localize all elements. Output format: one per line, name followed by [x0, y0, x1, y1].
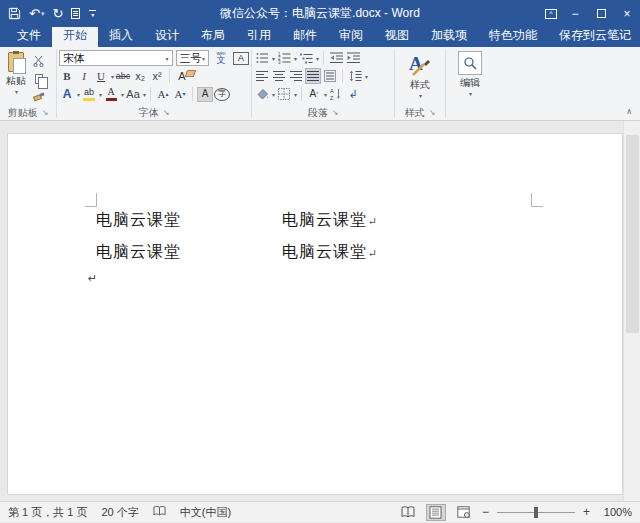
bullets-button[interactable] — [254, 50, 270, 66]
minimize-button[interactable]: − — [562, 0, 588, 27]
ribbon-display-options-button[interactable]: ^ — [540, 0, 562, 27]
close-button[interactable]: × — [614, 0, 640, 27]
cut-button[interactable] — [30, 53, 48, 68]
web-layout-button[interactable] — [454, 504, 474, 521]
styles-dialog-launcher[interactable]: ↘ — [429, 109, 436, 117]
shrink-font-button[interactable]: A▾ — [172, 86, 188, 102]
bold-button[interactable]: B — [59, 68, 75, 84]
print-layout-icon — [429, 506, 442, 519]
vertical-scrollbar[interactable] — [623, 121, 640, 501]
text-effects-button[interactable]: A — [59, 86, 75, 102]
font-name-combobox[interactable]: 宋体▾ — [59, 50, 173, 66]
tab-layout[interactable]: 布局 — [190, 25, 236, 47]
enclose-characters-button[interactable]: 字 — [214, 88, 230, 101]
proofing-status-button[interactable] — [153, 505, 166, 519]
web-layout-icon — [457, 506, 470, 518]
asian-layout-button[interactable]: A* — [306, 86, 322, 102]
sort-button[interactable]: AZ — [328, 86, 344, 102]
multilevel-list-button[interactable] — [298, 50, 314, 66]
zoom-out-button[interactable]: − — [482, 505, 489, 519]
collapse-ribbon-button[interactable]: ∧ — [626, 107, 632, 116]
chevron-down-icon: ▾ — [121, 91, 124, 98]
chevron-down-icon: ▾ — [272, 91, 275, 98]
decrease-indent-button[interactable] — [328, 50, 344, 66]
highlight-color-button[interactable]: ab — [81, 86, 97, 102]
align-center-button[interactable] — [271, 68, 287, 84]
justify-button[interactable] — [305, 68, 321, 84]
borders-grid-icon — [278, 88, 290, 100]
font-color-swatch — [106, 98, 117, 101]
scrollbar-thumb[interactable] — [626, 135, 639, 333]
zoom-slider-thumb[interactable] — [534, 507, 538, 518]
save-icon[interactable] — [8, 7, 21, 20]
grow-font-button[interactable]: A▴ — [155, 86, 171, 102]
clear-formatting-button[interactable]: A — [174, 68, 190, 84]
borders-button[interactable] — [276, 86, 292, 102]
editing-button[interactable]: 编辑 ▾ — [448, 49, 492, 105]
tab-mailings[interactable]: 邮件 — [282, 25, 328, 47]
paragraph-dialog-launcher[interactable]: ↘ — [332, 109, 339, 117]
zoom-slider[interactable] — [497, 512, 575, 513]
print-layout-button[interactable] — [426, 504, 446, 521]
redo-icon: ↻ — [52, 7, 63, 20]
tab-review[interactable]: 审阅 — [328, 25, 374, 47]
undo-button[interactable]: ↶▾ — [29, 7, 44, 20]
styles-button[interactable]: A 样式 ▾ — [398, 49, 442, 105]
tab-references[interactable]: 引用 — [236, 25, 282, 47]
zoom-in-button[interactable]: + — [583, 505, 590, 519]
show-hide-marks-button[interactable]: ↲ — [345, 86, 361, 102]
paste-button[interactable]: 粘贴 ▾ — [2, 49, 30, 105]
increase-indent-button[interactable] — [345, 50, 361, 66]
doc-text-4[interactable]: 电脑云课堂↵ — [282, 242, 377, 263]
doc-text-1[interactable]: 电脑云课堂 — [96, 210, 181, 231]
character-shading-button[interactable]: A — [197, 87, 213, 102]
doc-text-2[interactable]: 电脑云课堂↵ — [282, 210, 377, 231]
maximize-button[interactable] — [588, 0, 614, 27]
tab-design[interactable]: 设计 — [144, 25, 190, 47]
tab-special-features[interactable]: 特色功能 — [478, 25, 548, 47]
align-right-button[interactable] — [288, 68, 304, 84]
svg-text:A: A — [330, 88, 334, 94]
read-mode-button[interactable] — [398, 504, 418, 521]
character-border-button[interactable]: A — [233, 52, 249, 65]
align-left-button[interactable] — [254, 68, 270, 84]
superscript-button[interactable]: x² — [149, 68, 165, 84]
line-spacing-button[interactable] — [347, 68, 363, 84]
redo-button[interactable]: ↻ — [52, 7, 63, 20]
tab-view[interactable]: 视图 — [374, 25, 420, 47]
paragraph-mark-icon: ↵ — [368, 247, 377, 259]
tab-save-to-cloud-notes[interactable]: 保存到云笔记 — [548, 25, 640, 47]
subscript-button[interactable]: x₂ — [132, 68, 148, 84]
word-count-status[interactable]: 20 个字 — [101, 505, 138, 520]
touch-mode-button[interactable] — [71, 8, 80, 19]
clipboard-dialog-launcher[interactable]: ↘ — [42, 109, 49, 117]
zoom-level[interactable]: 100% — [598, 506, 632, 518]
phonetic-guide-button[interactable]: wén文 — [213, 50, 229, 66]
tab-home[interactable]: 开始 — [52, 25, 98, 47]
tab-addins[interactable]: 加载项 — [420, 25, 478, 47]
customize-qat-button[interactable]: ▾ — [88, 10, 97, 17]
title-bar: ↶▾ ↻ ▾ 微信公众号：电脑云课堂.docx - Word ^ − × — [0, 0, 640, 27]
doc-text-3[interactable]: 电脑云课堂 — [96, 242, 181, 263]
document-page[interactable]: 电脑云课堂 电脑云课堂↵ 电脑云课堂 电脑云课堂↵ ↵ — [8, 134, 622, 494]
page-count-status[interactable]: 第 1 页，共 1 页 — [8, 505, 87, 520]
paint-bucket-icon — [256, 88, 269, 100]
copy-button[interactable] — [30, 71, 48, 86]
format-painter-button[interactable] — [30, 89, 48, 104]
chevron-down-icon: ▾ — [324, 91, 327, 98]
change-case-button[interactable]: Aa — [125, 86, 141, 102]
underline-button[interactable]: U — [93, 68, 109, 84]
tab-insert[interactable]: 插入 — [98, 25, 144, 47]
strikethrough-button[interactable]: abc — [115, 68, 131, 84]
font-dialog-launcher[interactable]: ↘ — [163, 109, 170, 117]
font-color-button[interactable]: A — [103, 86, 119, 102]
language-status[interactable]: 中文(中国) — [180, 505, 231, 520]
italic-button[interactable]: I — [76, 68, 92, 84]
distribute-button[interactable] — [322, 68, 338, 84]
tab-file[interactable]: 文件 — [6, 25, 52, 47]
multilevel-list-icon — [300, 52, 313, 64]
paragraph-mark-icon: ↵ — [368, 215, 377, 227]
numbering-button[interactable]: 123 — [276, 50, 292, 66]
shading-button[interactable] — [254, 86, 270, 102]
font-size-combobox[interactable]: 三号▾ — [176, 50, 209, 66]
